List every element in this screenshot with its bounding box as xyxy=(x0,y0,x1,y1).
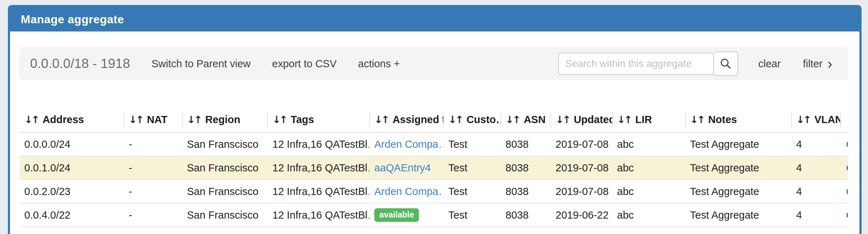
column-label: Region xyxy=(205,114,240,126)
column-header-updated[interactable]: ↓↑Updated xyxy=(551,107,612,132)
column-label: ASN xyxy=(524,114,546,126)
column-header-asn[interactable]: ↓↑ASN xyxy=(500,107,551,132)
column-header-lir[interactable]: ↓↑LIR xyxy=(612,107,685,132)
clipped-link-sliver xyxy=(847,189,848,194)
column-label: Assigned to xyxy=(393,114,443,126)
assigned-to-link[interactable]: aaQAEntry4 xyxy=(374,162,431,174)
sort-icon: ↓↑ xyxy=(690,114,704,126)
cell-nat: - xyxy=(124,133,182,156)
table-row[interactable]: 0.0.2.0/23-San Franscisco12 Infra,16 QAT… xyxy=(19,180,848,204)
cell-vlan: 4 xyxy=(791,204,840,226)
cell-region: San Franscisco xyxy=(182,133,267,156)
panel-header: Manage aggregate xyxy=(10,7,859,31)
table-header-row: ↓↑Address↓↑NAT↓↑Region↓↑Tags↓↑Assigned t… xyxy=(19,107,848,133)
cell-address: 0.0.4.0/22 xyxy=(19,204,124,226)
column-header-assigned-to[interactable]: ↓↑Assigned to xyxy=(369,107,443,132)
cell-customer: Test xyxy=(443,133,500,156)
cell-customer: Test xyxy=(443,180,500,203)
assigned-to-link[interactable]: Arden Compa… xyxy=(374,186,443,198)
cell-assigned: aaQAEntry4 xyxy=(369,156,443,179)
cell-asn: 8038 xyxy=(500,180,551,203)
cell-updated: 2019-07-08 xyxy=(551,133,612,156)
cell-assigned: Arden Compa… xyxy=(369,180,443,203)
table-row[interactable]: 0.0.0.0/24-San Franscisco12 Infra,16 QAT… xyxy=(19,133,848,156)
panel-body: 0.0.0.0/18 - 1918 Switch to Parent view … xyxy=(10,31,859,234)
column-label: LIR xyxy=(635,114,652,126)
sort-icon: ↓↑ xyxy=(617,114,631,126)
sort-icon: ↓↑ xyxy=(374,114,388,126)
filter-link[interactable]: filter › xyxy=(803,58,832,70)
clipped-link-sliver xyxy=(847,166,848,170)
cell-address: 0.0.2.0/23 xyxy=(19,180,124,203)
cell-nat: - xyxy=(124,204,182,226)
cell-customer: Test xyxy=(443,156,500,179)
column-label: VLAN xyxy=(814,114,840,126)
cell-region: San Franscisco xyxy=(182,180,267,203)
aggregate-label: 0.0.0.0/18 - 1918 xyxy=(30,56,130,71)
table-row[interactable]: 0.0.4.0/22-San Franscisco12 Infra,16 QAT… xyxy=(19,204,848,227)
page: Manage aggregate 0.0.0.0/18 - 1918 Switc… xyxy=(0,0,868,234)
cell-customer: Test xyxy=(443,204,500,226)
sort-icon: ↓↑ xyxy=(448,114,462,126)
cell-clipped xyxy=(840,156,848,179)
filter-label: filter xyxy=(803,58,823,70)
column-label: Updated xyxy=(574,114,612,126)
table-row[interactable]: 0.0.1.0/24-San Franscisco12 Infra,16 QAT… xyxy=(19,156,848,180)
cell-tags: 12 Infra,16 QATestBl… xyxy=(267,204,369,226)
cell-clipped xyxy=(840,133,848,156)
column-header-tags[interactable]: ↓↑Tags xyxy=(267,107,369,132)
column-header-nat[interactable]: ↓↑NAT xyxy=(124,107,182,132)
export-csv-link[interactable]: export to CSV xyxy=(272,58,337,70)
cell-assigned: Arden Compa… xyxy=(369,133,443,156)
sort-icon: ↓↑ xyxy=(272,114,286,126)
cell-notes: Test Aggregate xyxy=(685,156,791,179)
panel-title: Manage aggregate xyxy=(21,13,124,26)
sort-icon: ↓↑ xyxy=(796,114,810,126)
cell-lir: abc xyxy=(612,204,685,226)
status-badge: available xyxy=(374,208,419,221)
cell-asn: 8038 xyxy=(500,156,551,179)
column-header-vlan[interactable]: ↓↑VLAN xyxy=(791,107,840,132)
cell-clipped xyxy=(840,180,848,203)
cell-updated: 2019-07-08 xyxy=(551,156,612,179)
column-header-notes[interactable]: ↓↑Notes xyxy=(685,107,791,132)
cell-asn: 8038 xyxy=(500,204,551,226)
cell-lir: abc xyxy=(612,180,685,203)
cell-tags: 12 Infra,16 QATestBl… xyxy=(267,133,369,156)
column-header-address[interactable]: ↓↑Address xyxy=(19,107,124,132)
actions-menu-link[interactable]: actions + xyxy=(358,58,400,70)
column-label: Address xyxy=(43,114,84,126)
column-header-region[interactable]: ↓↑Region xyxy=(182,107,267,132)
sort-icon: ↓↑ xyxy=(187,114,201,126)
sort-icon: ↓↑ xyxy=(556,114,569,126)
cell-tags: 12 Infra,16 QATestBl… xyxy=(267,156,369,179)
column-label: Tags xyxy=(291,114,314,126)
cell-updated: 2019-06-22 xyxy=(551,204,612,226)
cell-vlan: 4 xyxy=(791,180,840,203)
cell-lir: abc xyxy=(612,156,685,179)
next-row-sliver xyxy=(19,227,848,234)
column-header-custo[interactable]: ↓↑Custo… xyxy=(443,107,500,132)
cell-notes: Test Aggregate xyxy=(685,133,791,156)
column-label: Custo… xyxy=(467,114,500,126)
search-button[interactable] xyxy=(714,52,738,76)
cell-nat: - xyxy=(124,180,182,203)
cell-clipped xyxy=(840,204,848,226)
cell-region: San Franscisco xyxy=(182,204,267,226)
cell-address: 0.0.0.0/24 xyxy=(19,133,124,156)
column-header-clipped xyxy=(840,107,848,132)
switch-parent-view-link[interactable]: Switch to Parent view xyxy=(152,58,251,70)
column-label: Notes xyxy=(708,114,737,126)
clear-link[interactable]: clear xyxy=(758,58,781,70)
manage-aggregate-panel: Manage aggregate 0.0.0.0/18 - 1918 Switc… xyxy=(8,5,862,234)
assigned-to-link[interactable]: Arden Compa… xyxy=(374,138,443,150)
aggregate-table: ↓↑Address↓↑NAT↓↑Region↓↑Tags↓↑Assigned t… xyxy=(19,107,848,234)
cell-region: San Franscisco xyxy=(182,156,267,179)
search-input[interactable] xyxy=(558,53,714,75)
cell-assigned: available xyxy=(369,204,443,226)
clipped-link-sliver xyxy=(847,213,848,218)
toolbar: 0.0.0.0/18 - 1918 Switch to Parent view … xyxy=(19,47,848,80)
sort-icon: ↓↑ xyxy=(505,114,519,126)
column-label: NAT xyxy=(147,114,167,126)
cell-vlan: 4 xyxy=(791,156,840,179)
